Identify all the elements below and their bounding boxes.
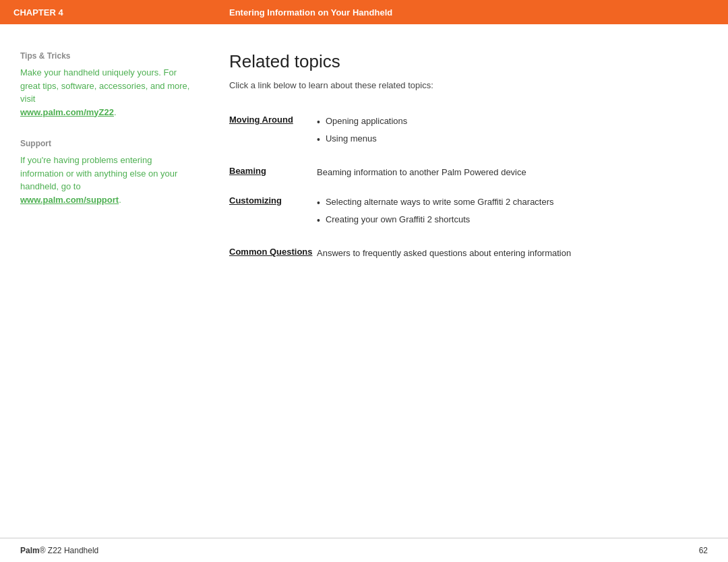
intro-text: Click a link below to learn about these …	[229, 80, 708, 90]
page-heading: Related topics	[229, 51, 708, 72]
footer-model: Z22 Handheld	[46, 546, 99, 555]
header-bar: CHAPTER 4 Entering Information on Your H…	[0, 0, 728, 24]
table-row-spacer	[229, 235, 708, 243]
footer-reg: ®	[40, 546, 46, 555]
topic-description-common-questions: Answers to frequently asked questions ab…	[317, 243, 708, 265]
chapter-label: CHAPTER 4	[13, 7, 229, 18]
topic-link-cell: Moving Around	[229, 111, 317, 154]
topic-description-moving-around: •Opening applications•Using menus	[317, 111, 708, 154]
list-item: Beaming information to another Palm Powe…	[317, 166, 708, 180]
support-body-text: If you're having problems entering infor…	[20, 155, 177, 191]
topic-description-beaming: Beaming information to another Palm Powe…	[317, 162, 708, 184]
list-item: Answers to frequently asked questions ab…	[317, 247, 708, 261]
sidebar-tips-section: Tips & Tricks Make your handheld uniquel…	[20, 51, 195, 119]
tips-body: Make your handheld uniquely yours. For g…	[20, 66, 195, 119]
topic-link-customizing[interactable]: Customizing	[229, 194, 303, 208]
support-punctuation: .	[119, 195, 121, 205]
sidebar: Tips & Tricks Make your handheld uniquel…	[20, 51, 216, 538]
sidebar-support-section: Support If you're having problems enteri…	[20, 139, 195, 206]
table-row-spacer	[229, 183, 708, 191]
list-item: •Using menus	[317, 132, 708, 148]
list-item: •Selecting alternate ways to write some …	[317, 195, 708, 212]
content-area: Related topics Click a link below to lea…	[216, 51, 708, 538]
topic-link-beaming[interactable]: Beaming	[229, 164, 303, 179]
topic-link-cell: Customizing	[229, 191, 317, 235]
header-page-title: Entering Information on Your Handheld	[229, 7, 392, 18]
table-row-spacer	[229, 154, 708, 162]
support-title: Support	[20, 139, 195, 148]
topic-link-common-questions[interactable]: Common Questions	[229, 245, 313, 259]
topic-link-cell: Beaming	[229, 162, 317, 184]
support-body: If you're having problems entering infor…	[20, 154, 195, 206]
topics-table: Moving Around•Opening applications•Using…	[229, 111, 708, 265]
tips-link[interactable]: www.palm.com/myZ22	[20, 107, 114, 117]
footer-brand: Palm® Z22 Handheld	[20, 546, 98, 555]
table-row: Moving Around•Opening applications•Using…	[229, 111, 708, 154]
support-link[interactable]: www.palm.com/support	[20, 195, 119, 205]
topic-description-customizing: •Selecting alternate ways to write some …	[317, 191, 708, 235]
footer-page-number: 62	[699, 546, 708, 555]
footer-brand-name: Palm	[20, 546, 40, 555]
list-item: •Opening applications	[317, 115, 708, 131]
topic-link-cell: Common Questions	[229, 243, 317, 265]
table-row: BeamingBeaming information to another Pa…	[229, 162, 708, 184]
topic-link-moving-around[interactable]: Moving Around	[229, 113, 303, 127]
tips-body-text: Make your handheld uniquely yours. For g…	[20, 67, 189, 104]
main-content: Tips & Tricks Make your handheld uniquel…	[0, 24, 728, 538]
tips-title: Tips & Tricks	[20, 51, 195, 61]
table-row: Customizing•Selecting alternate ways to …	[229, 191, 708, 235]
table-row: Common QuestionsAnswers to frequently as…	[229, 243, 708, 265]
list-item: •Creating your own Graffiti 2 shortcuts	[317, 213, 708, 229]
footer: Palm® Z22 Handheld 62	[0, 538, 728, 562]
tips-punctuation: .	[114, 107, 117, 117]
